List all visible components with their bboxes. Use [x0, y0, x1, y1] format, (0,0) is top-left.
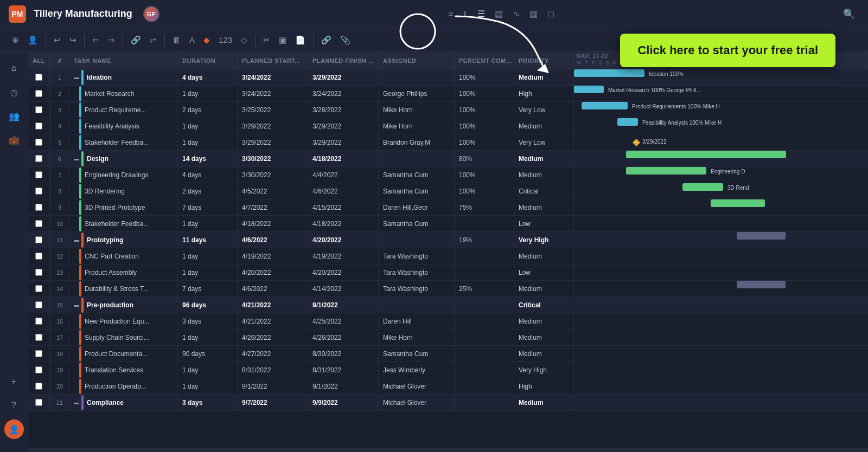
sidebar-user-profile-icon[interactable]: 👤 [4, 419, 24, 439]
table-row[interactable]: 4 Feasibility Analysis 1 day 3/29/2022 3… [28, 118, 868, 134]
gantt-icon[interactable]: ☰ [477, 9, 485, 19]
row-task-name[interactable]: Supply Chain Sourci... [69, 330, 178, 345]
calendar-icon[interactable]: ▦ [529, 9, 538, 19]
row-task-name[interactable]: Feasibility Analysis [69, 118, 178, 134]
table-row[interactable]: 14 Durability & Stress T... 7 days 4/6/2… [28, 281, 868, 297]
row-checkbox[interactable] [28, 134, 50, 150]
list-icon[interactable]: ≡ [448, 9, 453, 19]
doc-icon[interactable]: ◻ [547, 9, 554, 19]
table-row[interactable]: 10 Stakeholder Feedba... 1 day 4/18/2022… [28, 216, 868, 232]
row-checkbox[interactable] [28, 102, 50, 118]
row-checkbox[interactable] [28, 395, 50, 410]
table-row[interactable]: 17 Supply Chain Sourci... 1 day 4/26/202… [28, 330, 868, 346]
redo-button[interactable]: ↪ [66, 33, 80, 47]
row-checkbox[interactable] [28, 313, 50, 329]
indent-button[interactable]: ⇒ [105, 33, 118, 47]
sidebar-users-icon[interactable]: 👥 [4, 106, 24, 126]
table-row[interactable]: 1 ▬ Ideation 4 days 3/24/2022 3/29/2022 … [28, 69, 868, 86]
row-task-name[interactable]: Durability & Stress T... [69, 281, 178, 296]
row-task-name[interactable]: Translation Services [69, 362, 178, 378]
table-row[interactable]: 8 3D Rendering 2 days 4/5/2022 4/6/2022 … [28, 183, 868, 199]
unlink-button[interactable]: ⇌ [146, 33, 160, 47]
add-button[interactable]: ⊕ [9, 33, 22, 47]
row-checkbox[interactable] [28, 167, 50, 183]
row-checkbox[interactable] [28, 330, 50, 345]
row-task-name[interactable]: CNC Part Creation [69, 248, 178, 264]
row-checkbox[interactable] [28, 199, 50, 215]
row-task-name[interactable]: ▬ Ideation [69, 69, 178, 85]
row-checkbox[interactable] [28, 248, 50, 264]
sidebar-add-icon[interactable]: + [4, 372, 24, 391]
table-row[interactable]: 18 Product Documenta... 90 days 4/27/202… [28, 346, 868, 362]
table-row[interactable]: 3 Product Requireme... 2 days 3/25/2022 … [28, 102, 868, 118]
delete-button[interactable]: 🗑 [169, 33, 184, 47]
number-button[interactable]: 123 [215, 33, 235, 47]
row-checkbox[interactable] [28, 183, 50, 199]
row-task-name[interactable]: New Production Equ... [69, 313, 178, 329]
sidebar-activity-icon[interactable]: ◷ [4, 82, 24, 102]
link-button[interactable]: 🔗 [127, 33, 144, 47]
row-checkbox[interactable] [28, 362, 50, 378]
table-row[interactable]: 19 Translation Services 1 day 8/31/2022 … [28, 362, 868, 378]
row-checkbox[interactable] [28, 86, 50, 101]
row-checkbox[interactable] [28, 151, 50, 166]
row-checkbox[interactable] [28, 281, 50, 296]
row-checkbox[interactable] [28, 232, 50, 248]
table-row[interactable]: 12 CNC Part Creation 1 day 4/19/2022 4/1… [28, 248, 868, 264]
app-logo[interactable]: PM [9, 5, 26, 23]
row-task-name[interactable]: 3D Rendering [69, 183, 178, 199]
table-row[interactable]: 6 ▬ Design 14 days 3/30/2022 4/18/2022 8… [28, 151, 868, 167]
table-row[interactable]: 16 New Production Equ... 3 days 4/21/202… [28, 313, 868, 330]
row-task-name[interactable]: ▬ Prototyping [69, 232, 178, 248]
undo-button[interactable]: ↩ [50, 33, 64, 47]
horizontal-scrollbar[interactable] [28, 448, 868, 452]
row-checkbox[interactable] [28, 69, 50, 85]
user-avatar[interactable]: GP [143, 6, 159, 22]
table-icon[interactable]: ▤ [495, 9, 503, 19]
sidebar-briefcase-icon[interactable]: 💼 [4, 130, 24, 150]
table-row[interactable]: 20 Production Operato... 1 day 9/1/2022 … [28, 378, 868, 395]
sidebar-home-icon[interactable]: ⌂ [4, 59, 24, 78]
row-task-name[interactable]: ▬ Pre-production [69, 297, 178, 313]
outdent-button[interactable]: ⇐ [89, 33, 103, 47]
paste-button[interactable]: 📄 [292, 33, 309, 47]
table-row[interactable]: 13 Product Assembly 1 day 4/20/2022 4/20… [28, 264, 868, 281]
row-checkbox[interactable] [28, 346, 50, 361]
table-row[interactable]: 15 ▬ Pre-production 96 days 4/21/2022 9/… [28, 297, 868, 313]
search-icon[interactable]: 🔍 [843, 8, 855, 20]
expand-icon[interactable]: ▬ [74, 237, 79, 243]
clip-button[interactable]: 📎 [337, 33, 354, 47]
expand-icon[interactable]: ▬ [74, 74, 79, 80]
copy-button[interactable]: ▣ [276, 33, 290, 47]
table-row[interactable]: 11 ▬ Prototyping 11 days 4/6/2022 4/20/2… [28, 232, 868, 248]
color-button[interactable]: ◆ [200, 33, 213, 47]
row-task-name[interactable]: Stakeholder Feedba... [69, 216, 178, 231]
cut-button[interactable]: ✂ [260, 33, 273, 47]
expand-icon[interactable]: ▬ [74, 156, 79, 162]
row-checkbox[interactable] [28, 264, 50, 280]
row-task-name[interactable]: Product Documenta... [69, 346, 178, 361]
row-checkbox[interactable] [28, 378, 50, 394]
row-task-name[interactable]: Engineering Drawings [69, 167, 178, 183]
row-task-name[interactable]: ▬ Compliance [69, 395, 178, 410]
table-row[interactable]: 7 Engineering Drawings 4 days 3/30/2022 … [28, 167, 868, 183]
attachment-button[interactable]: 🔗 [318, 33, 335, 47]
sidebar-help-icon[interactable]: ? [4, 396, 24, 415]
table-row[interactable]: 2 Market Research 1 day 3/24/2022 3/24/2… [28, 86, 868, 102]
row-checkbox[interactable] [28, 297, 50, 313]
row-task-name[interactable]: Market Research [69, 86, 178, 101]
table-row[interactable]: 21 ▬ Compliance 3 days 9/7/2022 9/9/2022… [28, 395, 868, 411]
user-button[interactable]: 👤 [24, 33, 41, 47]
expand-icon[interactable]: ▬ [74, 302, 79, 308]
free-trial-banner[interactable]: Click here to start your free trial [620, 34, 835, 67]
table-row[interactable]: 9 3D Printed Prototype 7 days 4/7/2022 4… [28, 199, 868, 216]
table-row[interactable]: 5 Stakeholder Feedba... 1 day 3/29/2022 … [28, 134, 868, 151]
row-task-name[interactable]: Product Assembly [69, 264, 178, 280]
row-task-name[interactable]: Product Requireme... [69, 102, 178, 118]
row-task-name[interactable]: ▬ Design [69, 151, 178, 166]
font-button[interactable]: A [186, 33, 198, 47]
row-task-name[interactable]: Production Operato... [69, 378, 178, 394]
row-task-name[interactable]: Stakeholder Feedba... [69, 134, 178, 150]
shape-button[interactable]: ◇ [238, 33, 251, 47]
columns-icon[interactable]: ⫿ [463, 9, 468, 19]
